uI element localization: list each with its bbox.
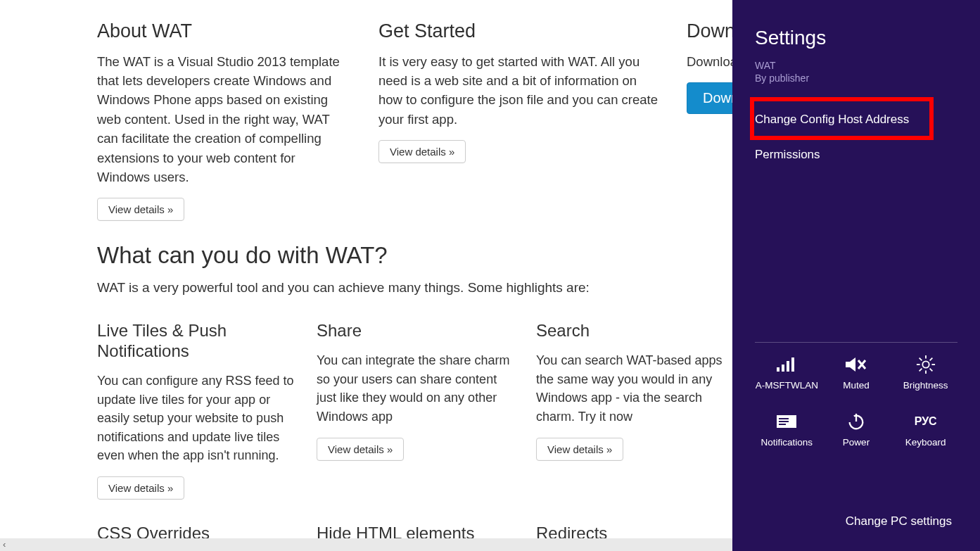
quick-volume-label: Muted	[843, 380, 870, 391]
getstarted-section: Get Started It is very easy to get start…	[378, 21, 658, 221]
feature-search-button[interactable]: View details »	[536, 438, 623, 461]
feature-share-button[interactable]: View details »	[317, 438, 404, 461]
svg-rect-19	[779, 424, 786, 425]
quick-brightness-label: Brightness	[903, 380, 948, 391]
feature-search: Search You can search WAT-based apps the…	[536, 321, 734, 500]
svg-marker-4	[846, 357, 855, 372]
svg-rect-1	[782, 365, 784, 372]
svg-line-12	[919, 358, 922, 361]
brightness-icon	[911, 352, 941, 377]
feature-livetiles: Live Tiles & Push Notifications You can …	[97, 321, 295, 500]
settings-item-permissions[interactable]: Permissions	[755, 145, 957, 165]
quick-keyboard[interactable]: РУС Keyboard	[891, 409, 960, 448]
feature-share-title: Share	[317, 321, 515, 341]
svg-rect-2	[787, 361, 789, 372]
keyboard-lang-symbol: РУС	[915, 415, 937, 428]
settings-byline: By publisher	[755, 72, 957, 84]
settings-charm-panel: Settings WAT By publisher Change Config …	[732, 0, 980, 551]
about-body: The WAT is a Visual Studio 2013 template…	[97, 52, 350, 187]
horizontal-scrollbar[interactable]: ‹	[0, 538, 732, 551]
charm-divider	[755, 342, 957, 343]
svg-line-14	[919, 369, 922, 372]
change-pc-settings-link[interactable]: Change PC settings	[846, 514, 952, 528]
getstarted-view-details-button[interactable]: View details »	[378, 140, 466, 163]
about-section: About WAT The WAT is a Visual Studio 201…	[97, 21, 350, 221]
svg-rect-18	[779, 421, 789, 422]
svg-rect-0	[777, 367, 779, 372]
about-view-details-button[interactable]: View details »	[97, 198, 184, 221]
quick-keyboard-label: Keyboard	[905, 437, 946, 448]
settings-item-config[interactable]: Change Config Host Address	[755, 110, 957, 129]
svg-rect-3	[791, 357, 794, 372]
scroll-left-icon[interactable]: ‹	[3, 539, 6, 550]
svg-line-15	[929, 358, 932, 361]
volume-muted-icon	[841, 352, 871, 377]
svg-point-7	[922, 361, 929, 367]
about-title: About WAT	[97, 21, 350, 42]
quick-power[interactable]: Power	[822, 409, 891, 448]
quick-power-label: Power	[843, 437, 870, 448]
feature-livetiles-title: Live Tiles & Push Notifications	[97, 321, 295, 362]
settings-title: Settings	[755, 27, 957, 49]
feature-share: Share You can integrate the share charm …	[317, 321, 515, 500]
wifi-icon	[772, 352, 801, 377]
quick-brightness[interactable]: Brightness	[891, 352, 960, 391]
power-icon	[841, 409, 871, 434]
svg-rect-17	[779, 418, 789, 419]
quick-settings-grid: A-MSFTWLAN Muted Brightness Notification…	[732, 352, 980, 448]
feature-search-body: You can search WAT-based apps the same w…	[536, 351, 734, 426]
getstarted-title: Get Started	[378, 21, 658, 42]
feature-livetiles-body: You can configure any RSS feed to update…	[97, 372, 295, 465]
getstarted-body: It is very easy to get started with WAT.…	[378, 52, 658, 129]
quick-volume[interactable]: Muted	[822, 352, 891, 391]
keyboard-lang-icon: РУС	[911, 409, 941, 434]
quick-network[interactable]: A-MSFTWLAN	[752, 352, 822, 391]
feature-search-title: Search	[536, 321, 734, 341]
feature-livetiles-button[interactable]: View details »	[97, 476, 184, 500]
notifications-icon	[772, 409, 801, 434]
quick-network-label: A-MSFTWLAN	[756, 380, 818, 391]
feature-share-body: You can integrate the share charm so you…	[317, 351, 515, 426]
quick-notifications-label: Notifications	[761, 437, 813, 448]
quick-notifications[interactable]: Notifications	[752, 409, 822, 448]
svg-line-13	[929, 369, 932, 372]
settings-appname: WAT	[755, 59, 957, 72]
